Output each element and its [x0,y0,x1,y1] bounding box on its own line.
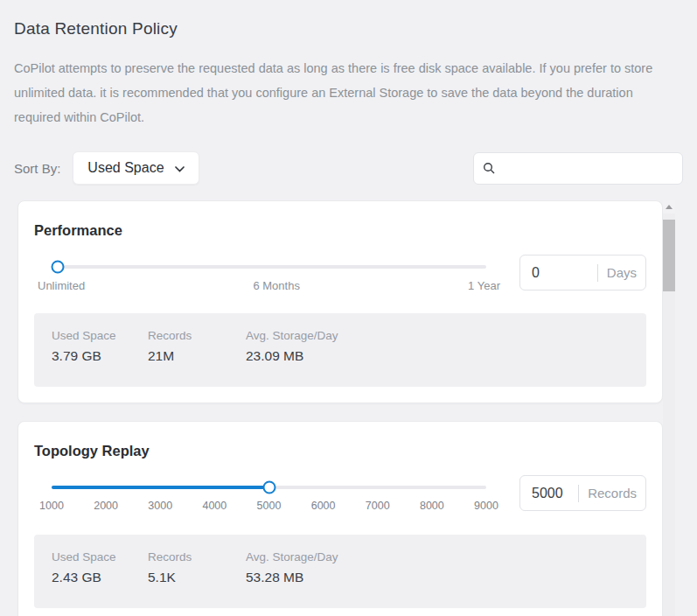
tick-label: 1000 [39,500,64,512]
chevron-down-icon [175,166,185,172]
data-retention-page: Data Retention Policy CoPilot attempts t… [0,19,697,616]
stat-value: 53.28 MB [246,570,338,585]
performance-retention-slider[interactable]: Unlimited 6 Months 1 Year [52,258,486,292]
card-performance: Performance Unlimited 6 Months 1 Year [17,200,663,403]
search-input[interactable] [502,161,673,175]
stat-value: 3.79 GB [52,348,148,364]
stat-records: Records 21M [148,329,246,387]
slider-thumb[interactable] [52,261,65,274]
stat-records: Records 5.1K [148,550,246,608]
tick-label: 8000 [420,500,444,512]
stat-value: 23.09 MB [246,348,338,364]
card-title: Performance [34,222,646,239]
stat-used-space: Used Space 3.79 GB [52,329,148,387]
tick-label: 6000 [311,500,336,512]
search-box[interactable] [473,152,683,185]
topology-records-input-group[interactable]: Records [519,475,646,511]
slider-tick-labels: 1000 2000 3000 4000 5000 6000 7000 8000 … [52,500,486,514]
page-title: Data Retention Policy [14,19,683,38]
page-description: CoPilot attempts to preserve the request… [14,56,680,130]
slider-track[interactable] [52,486,486,489]
slider-label-min: Unlimited [38,279,85,292]
slider-labels: Unlimited 6 Months 1 Year [38,279,500,292]
stat-avg-storage: Avg. Storage/Day 23.09 MB [246,329,338,387]
stat-label: Avg. Storage/Day [246,550,338,564]
topology-retention-slider[interactable]: 1000 2000 3000 4000 5000 6000 7000 8000 … [52,479,486,514]
scrollbar[interactable] [663,200,675,616]
toolbar: Sort By: Used Space [14,151,683,185]
stat-avg-storage: Avg. Storage/Day 53.28 MB [246,550,338,608]
sort-by-value: Used Space [87,160,164,176]
card-topology-replay: Topology Replay 1000 2000 3000 4000 5000… [17,421,663,616]
stat-label: Records [148,550,246,564]
slider-label-max: 1 Year [468,279,500,292]
slider-label-mid: 6 Months [253,279,299,292]
triangle-up-icon [666,205,673,209]
performance-stats-panel: Used Space 3.79 GB Records 21M Avg. Stor… [34,313,646,387]
tick-label: 9000 [474,500,498,512]
topology-stats-panel: Used Space 2.43 GB Records 5.1K Avg. Sto… [34,535,646,608]
stat-label: Used Space [52,550,148,564]
stat-label: Records [148,329,246,342]
stat-used-space: Used Space 2.43 GB [52,550,148,608]
card-title: Topology Replay [34,443,646,459]
records-value-input[interactable] [520,486,578,501]
scrollbar-up-button[interactable] [663,200,675,214]
scrollbar-thumb[interactable] [663,220,675,291]
performance-days-input-group[interactable]: Days [519,255,646,290]
stat-value: 5.1K [148,570,246,585]
stat-label: Used Space [52,329,148,342]
stat-value: 2.43 GB [52,570,148,585]
search-icon [483,162,495,174]
tick-label: 3000 [148,500,172,512]
records-unit-label: Records [579,486,645,500]
topology-slider-row: 1000 2000 3000 4000 5000 6000 7000 8000 … [34,479,646,514]
stat-value: 21M [148,348,246,364]
tick-label: 4000 [202,500,227,512]
sort-by-label: Sort By: [14,161,60,176]
slider-thumb[interactable] [262,481,275,494]
days-value-input[interactable] [520,265,597,281]
slider-track[interactable] [52,265,486,269]
tick-label: 5000 [257,500,282,512]
tick-label: 2000 [94,500,118,512]
days-unit-label: Days [598,265,645,280]
sort-by-dropdown[interactable]: Used Space [73,151,199,185]
slider-fill [52,486,269,489]
stat-label: Avg. Storage/Day [246,329,338,342]
performance-slider-row: Unlimited 6 Months 1 Year Days [34,258,646,292]
cards-scroll-area: Performance Unlimited 6 Months 1 Year [0,200,697,616]
tick-label: 7000 [366,500,390,512]
